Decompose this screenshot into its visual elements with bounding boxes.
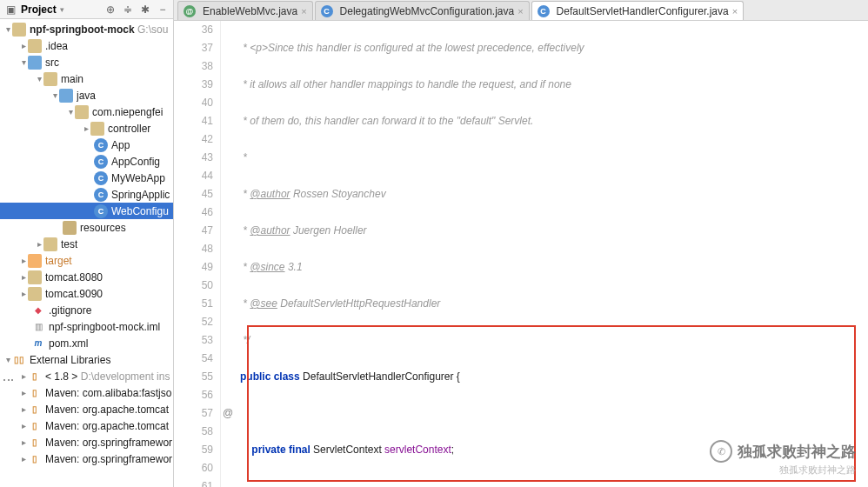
tree-root[interactable]: ▾npf-springboot-mock G:\sou (0, 21, 173, 37)
code-area[interactable]: 3637383940414243444546474849505152535455… (174, 21, 868, 487)
tree-item-selected[interactable]: CWebConfigu (0, 203, 173, 219)
tree-item[interactable]: ▸▯Maven: org.springframewor (0, 450, 173, 467)
tree-item[interactable]: CApp (0, 137, 173, 153)
tree-item[interactable]: ▸target (0, 252, 173, 269)
code-content[interactable]: * <p>Since this handler is configured at… (221, 21, 868, 487)
tree-item[interactable]: ▸tomcat.8080 (0, 269, 173, 285)
close-icon[interactable]: × (517, 6, 523, 17)
collapse-icon[interactable]: ≑ (121, 3, 135, 17)
tree-item[interactable]: ▾java (0, 87, 173, 103)
tree-item[interactable]: ▸▯Maven: org.springframewor (0, 434, 173, 450)
tree-item[interactable]: ◆.gitignore (0, 302, 173, 318)
watermark-sub: 独孤求败封神之路 (779, 464, 856, 477)
project-toolbar: ▣ Project ▾ ⊕ ≑ ✱ − (0, 0, 173, 19)
tree-item[interactable]: CSpringApplic (0, 186, 173, 203)
gutter: 3637383940414243444546474849505152535455… (174, 21, 221, 487)
tab-label: DefaultServletHandlerConfigurer.java (557, 5, 729, 17)
tree-item[interactable]: ▸▯Maven: org.apache.tomcat (0, 401, 173, 417)
tree-item[interactable]: ▾com.niepengfei (0, 103, 173, 120)
project-sidebar: ▣ Project ▾ ⊕ ≑ ✱ − ▾npf-springboot-mock… (0, 0, 174, 487)
tree-item[interactable]: ▸▯< 1.8 > D:\development ins (0, 368, 173, 384)
editor-tabs: @EnableWebMvc.java× CDelegatingWebMvcCon… (174, 0, 868, 21)
tree-external-libs[interactable]: ▾▯▯External Libraries (0, 351, 173, 368)
tab-label: DelegatingWebMvcConfiguration.java (340, 5, 515, 17)
tree-item[interactable]: ▸.idea (0, 37, 173, 54)
tree-item[interactable]: resources (0, 219, 173, 236)
dropdown-arrow-icon[interactable]: ▾ (60, 5, 64, 14)
tree-item[interactable]: ▸▯Maven: com.alibaba:fastjso (0, 384, 173, 401)
tab-label: EnableWebMvc.java (203, 5, 297, 17)
editor-tab[interactable]: @EnableWebMvc.java× (177, 1, 313, 20)
scroll-from-source-icon[interactable]: ⊕ (103, 3, 117, 17)
tree-item[interactable]: ▥npf-springboot-mock.iml (0, 318, 173, 335)
tree-item[interactable]: ▸tomcat.9090 (0, 285, 173, 302)
project-icon: ▣ (3, 3, 17, 17)
project-title: Project (21, 3, 57, 16)
tree-item[interactable]: ▸controller (0, 120, 173, 137)
hide-icon[interactable]: − (156, 3, 170, 17)
close-icon[interactable]: × (301, 6, 306, 17)
collapse-handle-icon[interactable]: ⋮ (2, 374, 16, 384)
tree-item[interactable]: ▾main (0, 70, 173, 87)
tree-item[interactable]: ▸▯Maven: org.apache.tomcat (0, 417, 173, 434)
wechat-icon: ✆ (710, 440, 732, 463)
close-icon[interactable]: × (732, 6, 738, 17)
tree-item[interactable]: mpom.xml (0, 335, 173, 351)
project-tree[interactable]: ▾npf-springboot-mock G:\sou ▸.idea ▾src … (0, 19, 173, 487)
watermark: ✆ 独孤求败封神之路 (710, 440, 856, 463)
editor: @EnableWebMvc.java× CDelegatingWebMvcCon… (174, 0, 868, 487)
tree-item[interactable]: CAppConfig (0, 153, 173, 170)
tree-item[interactable]: ▸test (0, 236, 173, 252)
editor-tab[interactable]: CDelegatingWebMvcConfiguration.java× (315, 1, 530, 20)
settings-icon[interactable]: ✱ (138, 3, 152, 17)
editor-tab-active[interactable]: CDefaultServletHandlerConfigurer.java× (531, 1, 744, 20)
tree-item[interactable]: ▾src (0, 54, 173, 70)
tree-item[interactable]: CMyWebApp (0, 170, 173, 186)
